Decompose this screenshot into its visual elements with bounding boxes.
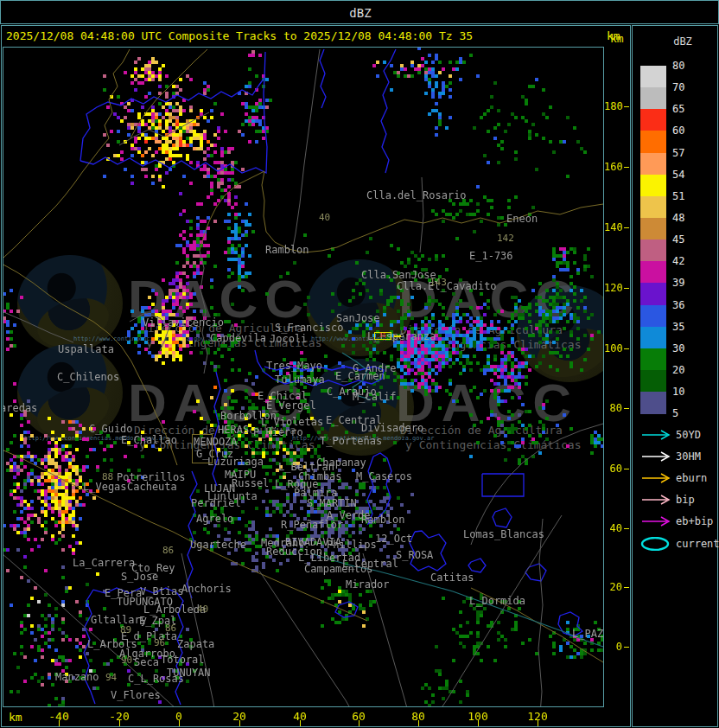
- right-axis-tick: [624, 227, 629, 228]
- route-number-label: 90: [121, 655, 132, 666]
- colorbar-swatch: [640, 370, 666, 393]
- bottom-axis-unit: km: [9, 711, 22, 724]
- radar-map[interactable]: DACCDACCDACCDACCDirección de Agricultura…: [3, 47, 604, 707]
- colorbar-swatch: [640, 131, 666, 153]
- place-label: R_Peñaflor: [281, 520, 343, 530]
- place-label: Uspallata: [58, 344, 114, 354]
- place-label: Ramblon: [265, 245, 309, 255]
- blue-map-line: [80, 52, 265, 161]
- place-label: Ramblon: [361, 514, 405, 525]
- place-label: P_Hierro: [253, 427, 303, 437]
- colorbar-value-label: 5: [672, 408, 695, 418]
- datetime-status-line: 2025/12/08 04:48:00 UTC Composite Tracks…: [6, 29, 473, 42]
- route-number-label: 96: [154, 638, 165, 648]
- city-outline-box: [192, 434, 213, 463]
- bottom-axis-tick: [538, 720, 538, 726]
- place-label: M_Calif: [353, 392, 397, 402]
- gray-map-line: [471, 424, 603, 545]
- gray-map-line: [119, 112, 209, 145]
- blue-map-line: [482, 474, 524, 496]
- place-label: L_PAZ: [572, 629, 603, 639]
- place-label: Luzuriaga: [207, 457, 264, 467]
- place-label: Catitas: [430, 572, 474, 583]
- place-label: Manzano: [55, 672, 99, 682]
- colorbar-value-label: 36: [672, 300, 695, 310]
- place-label: V_Flores: [111, 690, 161, 700]
- legend-item-label: 50YD: [676, 429, 701, 441]
- current-cell-icon: [640, 537, 675, 554]
- bottom-axis-tick: [59, 720, 60, 726]
- titlebar: dBZ: [0, 0, 719, 24]
- colorbar-value-label: 35: [672, 322, 695, 332]
- route-number-label: 89: [120, 625, 131, 635]
- gray-map-line: [363, 553, 410, 707]
- colorbar-swatch: [640, 153, 666, 176]
- place-label: T_Porteñas: [320, 436, 382, 446]
- route-number-label: 143: [429, 278, 447, 288]
- bottom-axis-tick: [478, 720, 479, 726]
- colorbar-value-label: 60: [672, 125, 695, 136]
- colorbar-title: dBZ: [657, 35, 709, 48]
- place-label: Jocoli: [270, 334, 307, 344]
- olive-map-line: [130, 49, 207, 138]
- route-number-label: 88: [102, 472, 113, 482]
- colorbar-value-label: 70: [672, 82, 695, 93]
- colorbar-value-label: 51: [672, 191, 695, 201]
- colorbar-value-label: 54: [672, 169, 695, 180]
- gray-map-line: [3, 311, 73, 342]
- olive-map-line: [3, 49, 130, 258]
- right-axis-tick-label: 40: [604, 522, 622, 534]
- bottom-axis-tick: [179, 720, 180, 726]
- right-axis-tick-label: 20: [604, 581, 622, 593]
- right-axis-unit: km: [610, 32, 624, 45]
- bottom-axis-tick: [359, 720, 360, 726]
- radar-app-window: dBZ 2025/12/08 04:48:00 UTC Composite Tr…: [0, 0, 719, 728]
- eburn-arrow-icon: [640, 471, 675, 489]
- colorbar-swatch: [640, 348, 666, 371]
- colorbar-value-label: 80: [672, 61, 695, 71]
- track-marker[interactable]: 35: [374, 332, 391, 340]
- colorbar-swatch: [640, 327, 666, 349]
- blue-map-line: [468, 559, 486, 572]
- colorbar-value-label: 10: [672, 386, 695, 397]
- legend-item-label: 30HM: [676, 450, 701, 463]
- place-label: Totoral: [161, 655, 205, 665]
- place-label: E_Challao: [121, 435, 177, 445]
- place-label: aredas: [3, 403, 37, 413]
- right-axis-tick: [624, 348, 629, 349]
- gray-map-line: [538, 519, 543, 707]
- place-label: Capdevila: [210, 333, 266, 343]
- colorbar-value-label: 39: [672, 278, 695, 288]
- gray-map-line: [181, 553, 216, 707]
- place-label: Anchoris: [181, 584, 232, 594]
- place-label: Campamentos: [304, 564, 372, 574]
- place-label: E_Carmen: [335, 371, 385, 381]
- place-label: Perdriel: [191, 498, 241, 508]
- place-label: HERAS: [218, 425, 249, 435]
- right-axis-tick: [624, 167, 629, 168]
- colorbar-swatch: [640, 392, 666, 414]
- right-axis-tick-label: 0: [604, 641, 622, 653]
- place-label: La_Carrera: [73, 558, 135, 568]
- colorbar-swatch: [640, 218, 666, 240]
- right-axis-tick: [624, 288, 629, 289]
- right-axis-tick-label: 60: [604, 463, 622, 475]
- blue-map-line: [187, 471, 197, 598]
- legend-item-label: bip: [676, 494, 695, 506]
- place-label: Tulumaya: [275, 374, 325, 385]
- right-axis-tick: [624, 528, 629, 529]
- blue-map-line: [320, 49, 326, 108]
- gray-map-line: [259, 571, 360, 707]
- 30HM-arrow-icon: [640, 450, 675, 467]
- right-axis-tick: [624, 408, 629, 409]
- colorbar-value-label: 65: [672, 104, 695, 114]
- bottom-axis-tick: [119, 720, 120, 726]
- right-axis-tick: [624, 106, 629, 107]
- colorbar-swatch: [640, 283, 666, 305]
- blue-map-line: [525, 564, 546, 581]
- right-axis-tick-label: 80: [604, 402, 622, 414]
- 50YD-arrow-icon: [640, 428, 675, 445]
- bottom-axis-tick: [239, 720, 240, 726]
- colorbar-value-label: 30: [672, 343, 695, 354]
- place-label: Mirador: [346, 579, 390, 590]
